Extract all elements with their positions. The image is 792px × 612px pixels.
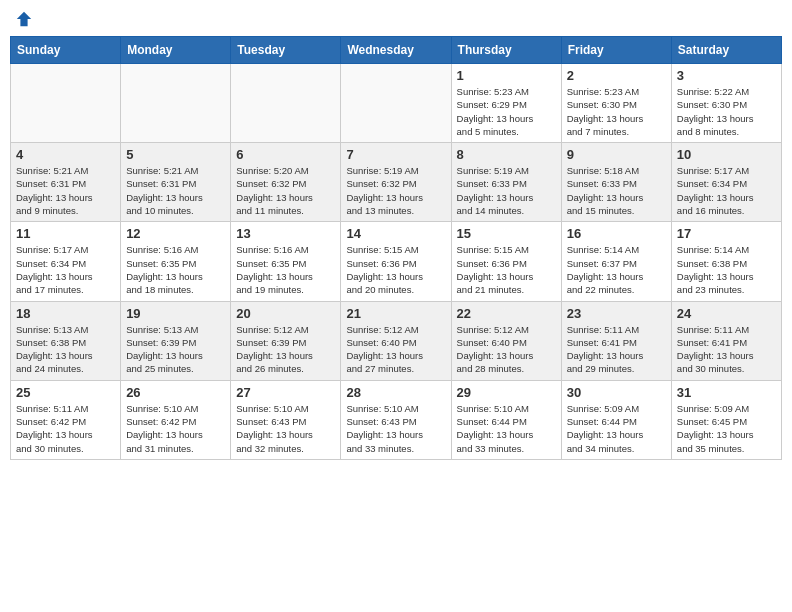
day-number: 29 [457, 385, 556, 400]
calendar-cell: 28Sunrise: 5:10 AM Sunset: 6:43 PM Dayli… [341, 380, 451, 459]
calendar-cell: 29Sunrise: 5:10 AM Sunset: 6:44 PM Dayli… [451, 380, 561, 459]
calendar-header-row: SundayMondayTuesdayWednesdayThursdayFrid… [11, 37, 782, 64]
day-header-sunday: Sunday [11, 37, 121, 64]
day-number: 31 [677, 385, 776, 400]
calendar-cell: 7Sunrise: 5:19 AM Sunset: 6:32 PM Daylig… [341, 143, 451, 222]
calendar-cell [121, 64, 231, 143]
day-number: 12 [126, 226, 225, 241]
day-info: Sunrise: 5:11 AM Sunset: 6:42 PM Dayligh… [16, 402, 115, 455]
day-header-wednesday: Wednesday [341, 37, 451, 64]
day-info: Sunrise: 5:14 AM Sunset: 6:37 PM Dayligh… [567, 243, 666, 296]
day-info: Sunrise: 5:17 AM Sunset: 6:34 PM Dayligh… [16, 243, 115, 296]
day-info: Sunrise: 5:13 AM Sunset: 6:39 PM Dayligh… [126, 323, 225, 376]
calendar-cell: 23Sunrise: 5:11 AM Sunset: 6:41 PM Dayli… [561, 301, 671, 380]
day-number: 19 [126, 306, 225, 321]
calendar-cell: 1Sunrise: 5:23 AM Sunset: 6:29 PM Daylig… [451, 64, 561, 143]
page-header [10, 10, 782, 28]
day-info: Sunrise: 5:18 AM Sunset: 6:33 PM Dayligh… [567, 164, 666, 217]
calendar-cell: 30Sunrise: 5:09 AM Sunset: 6:44 PM Dayli… [561, 380, 671, 459]
logo [14, 10, 34, 28]
calendar-cell: 13Sunrise: 5:16 AM Sunset: 6:35 PM Dayli… [231, 222, 341, 301]
calendar-cell: 2Sunrise: 5:23 AM Sunset: 6:30 PM Daylig… [561, 64, 671, 143]
calendar-cell: 18Sunrise: 5:13 AM Sunset: 6:38 PM Dayli… [11, 301, 121, 380]
day-info: Sunrise: 5:21 AM Sunset: 6:31 PM Dayligh… [16, 164, 115, 217]
day-number: 28 [346, 385, 445, 400]
calendar-cell: 10Sunrise: 5:17 AM Sunset: 6:34 PM Dayli… [671, 143, 781, 222]
day-number: 22 [457, 306, 556, 321]
calendar-cell: 15Sunrise: 5:15 AM Sunset: 6:36 PM Dayli… [451, 222, 561, 301]
day-number: 20 [236, 306, 335, 321]
calendar-table: SundayMondayTuesdayWednesdayThursdayFrid… [10, 36, 782, 460]
calendar-cell: 17Sunrise: 5:14 AM Sunset: 6:38 PM Dayli… [671, 222, 781, 301]
calendar-cell [231, 64, 341, 143]
day-info: Sunrise: 5:10 AM Sunset: 6:42 PM Dayligh… [126, 402, 225, 455]
day-number: 26 [126, 385, 225, 400]
day-number: 25 [16, 385, 115, 400]
calendar-week-row: 25Sunrise: 5:11 AM Sunset: 6:42 PM Dayli… [11, 380, 782, 459]
calendar-cell: 5Sunrise: 5:21 AM Sunset: 6:31 PM Daylig… [121, 143, 231, 222]
day-number: 6 [236, 147, 335, 162]
calendar-cell: 19Sunrise: 5:13 AM Sunset: 6:39 PM Dayli… [121, 301, 231, 380]
day-number: 3 [677, 68, 776, 83]
day-info: Sunrise: 5:12 AM Sunset: 6:40 PM Dayligh… [457, 323, 556, 376]
day-info: Sunrise: 5:19 AM Sunset: 6:32 PM Dayligh… [346, 164, 445, 217]
day-number: 5 [126, 147, 225, 162]
day-number: 14 [346, 226, 445, 241]
calendar-cell: 14Sunrise: 5:15 AM Sunset: 6:36 PM Dayli… [341, 222, 451, 301]
day-number: 7 [346, 147, 445, 162]
day-number: 2 [567, 68, 666, 83]
day-number: 27 [236, 385, 335, 400]
day-info: Sunrise: 5:16 AM Sunset: 6:35 PM Dayligh… [126, 243, 225, 296]
day-info: Sunrise: 5:21 AM Sunset: 6:31 PM Dayligh… [126, 164, 225, 217]
day-number: 10 [677, 147, 776, 162]
day-number: 15 [457, 226, 556, 241]
logo-icon [15, 10, 33, 28]
day-info: Sunrise: 5:10 AM Sunset: 6:44 PM Dayligh… [457, 402, 556, 455]
day-info: Sunrise: 5:22 AM Sunset: 6:30 PM Dayligh… [677, 85, 776, 138]
calendar-cell: 24Sunrise: 5:11 AM Sunset: 6:41 PM Dayli… [671, 301, 781, 380]
calendar-cell: 9Sunrise: 5:18 AM Sunset: 6:33 PM Daylig… [561, 143, 671, 222]
day-number: 17 [677, 226, 776, 241]
day-number: 24 [677, 306, 776, 321]
calendar-week-row: 4Sunrise: 5:21 AM Sunset: 6:31 PM Daylig… [11, 143, 782, 222]
day-header-monday: Monday [121, 37, 231, 64]
day-info: Sunrise: 5:16 AM Sunset: 6:35 PM Dayligh… [236, 243, 335, 296]
day-number: 9 [567, 147, 666, 162]
day-info: Sunrise: 5:23 AM Sunset: 6:29 PM Dayligh… [457, 85, 556, 138]
day-info: Sunrise: 5:15 AM Sunset: 6:36 PM Dayligh… [346, 243, 445, 296]
day-info: Sunrise: 5:11 AM Sunset: 6:41 PM Dayligh… [677, 323, 776, 376]
calendar-week-row: 1Sunrise: 5:23 AM Sunset: 6:29 PM Daylig… [11, 64, 782, 143]
day-number: 21 [346, 306, 445, 321]
day-info: Sunrise: 5:23 AM Sunset: 6:30 PM Dayligh… [567, 85, 666, 138]
day-info: Sunrise: 5:19 AM Sunset: 6:33 PM Dayligh… [457, 164, 556, 217]
day-info: Sunrise: 5:09 AM Sunset: 6:44 PM Dayligh… [567, 402, 666, 455]
day-info: Sunrise: 5:14 AM Sunset: 6:38 PM Dayligh… [677, 243, 776, 296]
day-number: 13 [236, 226, 335, 241]
calendar-cell: 6Sunrise: 5:20 AM Sunset: 6:32 PM Daylig… [231, 143, 341, 222]
day-info: Sunrise: 5:10 AM Sunset: 6:43 PM Dayligh… [346, 402, 445, 455]
day-info: Sunrise: 5:12 AM Sunset: 6:40 PM Dayligh… [346, 323, 445, 376]
calendar-cell: 11Sunrise: 5:17 AM Sunset: 6:34 PM Dayli… [11, 222, 121, 301]
calendar-cell: 26Sunrise: 5:10 AM Sunset: 6:42 PM Dayli… [121, 380, 231, 459]
day-number: 23 [567, 306, 666, 321]
day-info: Sunrise: 5:20 AM Sunset: 6:32 PM Dayligh… [236, 164, 335, 217]
day-info: Sunrise: 5:11 AM Sunset: 6:41 PM Dayligh… [567, 323, 666, 376]
day-info: Sunrise: 5:13 AM Sunset: 6:38 PM Dayligh… [16, 323, 115, 376]
day-info: Sunrise: 5:09 AM Sunset: 6:45 PM Dayligh… [677, 402, 776, 455]
calendar-cell: 21Sunrise: 5:12 AM Sunset: 6:40 PM Dayli… [341, 301, 451, 380]
day-header-tuesday: Tuesday [231, 37, 341, 64]
day-number: 1 [457, 68, 556, 83]
day-info: Sunrise: 5:10 AM Sunset: 6:43 PM Dayligh… [236, 402, 335, 455]
day-info: Sunrise: 5:17 AM Sunset: 6:34 PM Dayligh… [677, 164, 776, 217]
day-header-saturday: Saturday [671, 37, 781, 64]
calendar-cell [11, 64, 121, 143]
calendar-week-row: 11Sunrise: 5:17 AM Sunset: 6:34 PM Dayli… [11, 222, 782, 301]
calendar-cell: 20Sunrise: 5:12 AM Sunset: 6:39 PM Dayli… [231, 301, 341, 380]
day-info: Sunrise: 5:12 AM Sunset: 6:39 PM Dayligh… [236, 323, 335, 376]
calendar-cell [341, 64, 451, 143]
day-number: 4 [16, 147, 115, 162]
calendar-cell: 8Sunrise: 5:19 AM Sunset: 6:33 PM Daylig… [451, 143, 561, 222]
calendar-cell: 31Sunrise: 5:09 AM Sunset: 6:45 PM Dayli… [671, 380, 781, 459]
calendar-week-row: 18Sunrise: 5:13 AM Sunset: 6:38 PM Dayli… [11, 301, 782, 380]
day-number: 8 [457, 147, 556, 162]
